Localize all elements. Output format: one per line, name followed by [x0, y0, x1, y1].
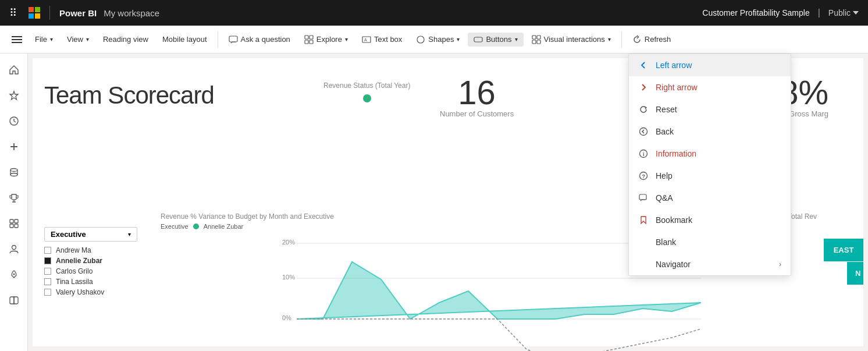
svg-rect-19	[15, 224, 18, 228]
report-name: Customer Profitability Sample	[702, 8, 809, 17]
right-arrow-icon	[638, 82, 649, 93]
workspace-name[interactable]: My workspace	[104, 8, 159, 18]
exec-item-valery[interactable]: Valery Ushakov	[44, 288, 137, 296]
explore-chevron-icon: ▾	[345, 36, 348, 42]
mobile-layout-button[interactable]: Mobile layout	[156, 33, 213, 46]
info-icon: i	[638, 148, 649, 159]
sidebar-item-publish[interactable]	[2, 263, 26, 286]
dropdown-item-qa[interactable]: Q&A	[629, 187, 791, 209]
grid-icon	[9, 218, 19, 229]
customer-count-label: Number of Customers	[440, 109, 514, 118]
reset-label: Reset	[656, 105, 781, 114]
sidebar-item-create[interactable]	[2, 135, 26, 158]
person-icon	[9, 244, 19, 254]
qa-label: Q&A	[656, 193, 781, 203]
dropdown-item-right-arrow[interactable]: Right arrow	[629, 76, 791, 98]
file-chevron-icon: ▾	[50, 36, 53, 42]
sidebar-item-people[interactable]	[2, 237, 26, 261]
svg-rect-8	[474, 37, 482, 42]
toolbar-separator-2	[621, 31, 622, 48]
dropdown-item-navigator[interactable]: Navigator ›	[629, 253, 791, 275]
navigator-arrow-icon: ›	[779, 260, 781, 268]
exec-checkbox-valery[interactable]	[44, 289, 51, 296]
reading-view-button[interactable]: Reading view	[97, 33, 154, 46]
dropdown-item-left-arrow[interactable]: Left arrow	[629, 54, 791, 76]
svg-rect-16	[10, 219, 13, 223]
home-icon	[9, 65, 19, 75]
view-menu-button[interactable]: View ▾	[61, 33, 95, 46]
svg-rect-34	[639, 194, 646, 200]
executive-dropdown[interactable]: Executive ▾	[44, 227, 137, 242]
sidebar-item-goals[interactable]	[2, 186, 26, 210]
separator: |	[818, 8, 820, 18]
sidebar-item-dashboards[interactable]	[2, 212, 26, 235]
dropdown-item-help[interactable]: ? Help	[629, 165, 791, 187]
help-icon: ?	[638, 171, 649, 181]
text-box-icon: A	[362, 35, 371, 44]
bookmark-label: Bookmark	[656, 215, 781, 225]
shapes-button[interactable]: Shapes ▾	[410, 33, 465, 47]
executive-filter-chevron-icon: ▾	[128, 231, 131, 237]
toolbar: File ▾ View ▾ Reading view Mobile layout…	[0, 26, 868, 54]
exec-checkbox-annelie[interactable]	[44, 257, 51, 264]
chevron-down-icon	[853, 11, 859, 15]
svg-rect-2	[310, 36, 313, 39]
explore-button[interactable]: Explore ▾	[298, 33, 354, 47]
dropdown-item-bookmark[interactable]: Bookmark	[629, 209, 791, 231]
svg-point-15	[10, 173, 17, 176]
exec-item-tina[interactable]: Tina Lassila	[44, 278, 137, 286]
buttons-dropdown-menu: Left arrow Right arrow Reset Back	[628, 54, 791, 276]
svg-rect-18	[10, 224, 13, 228]
svg-rect-4	[310, 40, 313, 44]
svg-text:i: i	[643, 151, 645, 157]
revenue-status-label: Revenue Status (Total Year)	[323, 81, 410, 90]
ask-question-button[interactable]: Ask a question	[223, 33, 296, 47]
sidebar-item-learn[interactable]	[2, 289, 26, 312]
dropdown-item-information[interactable]: i Information	[629, 143, 791, 165]
svg-rect-10	[537, 36, 540, 39]
app-name: Power BI	[59, 8, 97, 18]
exec-item-annelie[interactable]: Annelie Zubar	[44, 257, 137, 265]
sidebar-item-favorites[interactable]	[2, 84, 26, 107]
exec-item-andrew[interactable]: Andrew Ma	[44, 246, 137, 254]
exec-item-carlos[interactable]: Carlos Grilo	[44, 267, 137, 275]
buttons-button[interactable]: Buttons ▾	[468, 33, 523, 47]
file-menu-button[interactable]: File ▾	[29, 33, 59, 46]
visibility-selector[interactable]: Public	[828, 8, 859, 17]
back-label: Back	[656, 127, 781, 136]
dropdown-item-reset[interactable]: Reset	[629, 98, 791, 120]
svg-rect-9	[532, 36, 536, 39]
sidebar-item-home[interactable]	[2, 58, 26, 81]
explore-icon	[304, 35, 314, 44]
hamburger-button[interactable]	[7, 31, 27, 48]
sidebar-item-data-hub[interactable]	[2, 161, 26, 184]
exec-checkbox-tina[interactable]	[44, 278, 51, 285]
left-arrow-label: Left arrow	[656, 61, 781, 70]
blank-label: Blank	[656, 237, 781, 247]
svg-text:A: A	[364, 38, 367, 42]
visual-interactions-button[interactable]: Visual interactions ▾	[526, 33, 617, 47]
refresh-button[interactable]: Refresh	[627, 33, 677, 47]
svg-text:20%: 20%	[282, 239, 295, 246]
text-box-button[interactable]: A Text box	[356, 33, 408, 47]
visual-interactions-icon	[532, 35, 541, 44]
top-bar-divider	[49, 6, 50, 20]
svg-point-14	[10, 169, 17, 172]
information-label: Information	[656, 149, 781, 158]
dropdown-item-blank[interactable]: Blank	[629, 231, 791, 253]
legend-exec-label: Executive	[161, 223, 188, 230]
chart-legend: Executive Annelie Zubar	[161, 223, 334, 230]
svg-text:?: ?	[642, 173, 646, 179]
sidebar-item-recent[interactable]	[2, 109, 26, 133]
svg-rect-11	[532, 40, 536, 44]
svg-rect-3	[305, 40, 308, 44]
shapes-chevron-icon: ▾	[457, 36, 460, 42]
svg-point-20	[12, 246, 16, 250]
waffle-icon[interactable]: ⠿	[9, 6, 17, 19]
svg-rect-1	[305, 36, 308, 39]
exec-checkbox-andrew[interactable]	[44, 247, 51, 254]
legend-annelie-dot	[193, 224, 199, 229]
dropdown-item-back[interactable]: Back	[629, 120, 791, 143]
exec-checkbox-carlos[interactable]	[44, 268, 51, 275]
clock-icon	[9, 116, 19, 126]
